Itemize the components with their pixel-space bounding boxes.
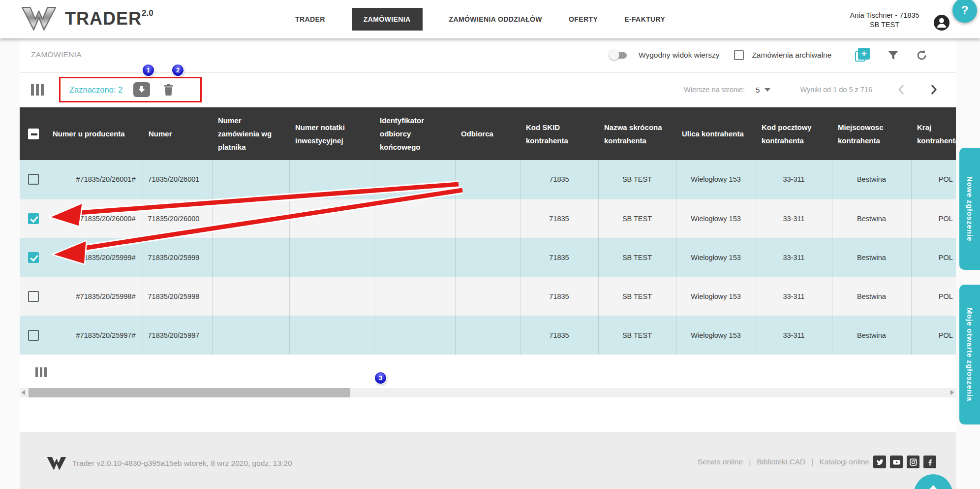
footer-logo-icon (47, 456, 66, 470)
row-checkbox[interactable] (28, 174, 39, 185)
columns-settings-button[interactable] (31, 84, 44, 96)
export-selected-button[interactable] (133, 82, 150, 97)
breadcrumb: ZAMÓWIENIA (31, 50, 82, 59)
tab-zamówienia[interactable]: ZAMÓWIENIA (352, 8, 423, 31)
column-header-7[interactable]: Kod SKID kontrahenta (520, 107, 598, 160)
add-view-button[interactable]: + (855, 48, 870, 63)
cell-4-10: 33-311 (756, 277, 832, 316)
rows-per-page-label: Wiersze na stronie: (684, 86, 745, 94)
cell-4-11: Bestwina (832, 277, 911, 316)
columns-settings-button-bottom[interactable] (35, 367, 47, 377)
cell-4-12: POL (911, 277, 956, 316)
cell-3-4 (289, 238, 374, 277)
cell-3-2: 71835/20/25999 (143, 238, 212, 277)
cell-5-4 (289, 316, 374, 355)
tab-e-faktury[interactable]: E-FAKTURY (624, 15, 665, 23)
footer-link-biblioteki-cad[interactable]: Biblioteki CAD (757, 457, 805, 466)
horizontal-scrollbar[interactable] (20, 388, 956, 397)
column-header-4[interactable]: Numer notatki inwestycyjnej (289, 107, 374, 160)
divider (20, 72, 956, 73)
footer-link-serwis-online[interactable]: Serwis online (698, 457, 743, 466)
row-checkbox[interactable] (28, 330, 39, 341)
cell-5-6 (455, 316, 520, 355)
cell-3-5 (374, 238, 455, 277)
my-open-tickets-button[interactable]: Moje otwarte zgłoszenia (959, 285, 980, 424)
cell-3-8: SB TEST (598, 238, 676, 277)
column-header-2[interactable]: Numer (143, 107, 212, 160)
tab-oferty[interactable]: OFERTY (569, 15, 598, 23)
logo-w-icon (21, 6, 57, 32)
column-header-10[interactable]: Kod pocztowy kontrahenta (756, 107, 832, 160)
chevron-right-icon (930, 84, 937, 95)
delete-selected-button[interactable] (163, 83, 174, 97)
row-checkbox[interactable] (28, 252, 39, 263)
column-header-5[interactable]: Identyfikator odbiorcy końcowego (374, 107, 455, 160)
comfort-rows-label: Wygodny widok wierszy (639, 51, 719, 60)
footer-link-katalogi-online[interactable]: Katalogi online (819, 457, 869, 466)
avatar[interactable] (934, 15, 949, 31)
cell-2-11: Bestwina (832, 199, 911, 238)
cell-3-12: POL (911, 238, 956, 277)
cell-1-9: Wielogłowy 153 (676, 160, 756, 199)
user-info[interactable]: Ania Tischner - 71835 SB TEST (842, 11, 927, 30)
archive-orders-checkbox[interactable] (734, 50, 744, 60)
column-header-3[interactable]: Numer zamówienia wg platnika (212, 107, 289, 160)
column-header-9[interactable]: Ulica kontrahenta (676, 107, 756, 160)
order-row-2[interactable]: #71835/20/26000#71835/20/2600071835SB TE… (20, 199, 956, 238)
next-page-button[interactable] (930, 84, 937, 95)
scrollbar-thumb[interactable] (29, 388, 350, 397)
comfort-rows-toggle[interactable] (609, 51, 628, 59)
orders-table: Numer u producentaNumerNumer zamówienia … (20, 107, 956, 355)
user-org: SB TEST (842, 20, 927, 30)
tab-trader[interactable]: TRADER (295, 15, 325, 23)
cell-2-12: POL (911, 199, 956, 238)
cell-5-7: 71835 (520, 316, 598, 355)
footer-version: Trader v2.0.10-4830-g395a15eb wtorek, 8 … (47, 456, 292, 470)
cell-3-1: #71835/20/25999# (47, 238, 143, 277)
select-all-checkbox[interactable] (28, 129, 39, 139)
cell-2-3 (212, 199, 289, 238)
column-header-12[interactable]: Kraj kontrahenta (911, 107, 956, 160)
prev-page-button[interactable] (898, 84, 905, 95)
cell-1-2: 71835/20/26001 (143, 160, 212, 199)
column-header-1[interactable]: Numer u producenta (47, 107, 143, 160)
app-logo[interactable]: TRADER2.0 (21, 6, 153, 32)
row-checkbox[interactable] (28, 291, 39, 302)
tab-zamówienia-oddziałów[interactable]: ZAMÓWIENIA ODDZIAŁÓW (449, 15, 542, 23)
rows-per-page-select[interactable]: 5 (756, 86, 760, 94)
dropdown-caret-icon[interactable] (765, 88, 770, 92)
row-checkbox-cell (20, 199, 47, 238)
arrow-up-icon (929, 485, 938, 489)
order-row-4[interactable]: #71835/20/25998#71835/20/2599871835SB TE… (20, 277, 956, 316)
cell-2-5 (374, 199, 455, 238)
row-checkbox[interactable] (28, 213, 39, 224)
cell-3-6 (455, 238, 520, 277)
youtube-icon[interactable] (890, 456, 903, 468)
cell-1-6 (455, 160, 520, 199)
scroll-right-arrow[interactable] (950, 390, 954, 395)
new-ticket-button[interactable]: Nowe zgłoszenie (959, 148, 980, 270)
cell-1-8: SB TEST (598, 160, 676, 199)
cell-2-2: 71835/20/26000 (143, 199, 212, 238)
row-checkbox-cell (20, 238, 47, 277)
facebook-icon[interactable] (923, 456, 936, 468)
column-header-8[interactable]: Nazwa skrócona kontrahenta (598, 107, 676, 160)
filter-button[interactable] (888, 50, 899, 61)
order-row-5[interactable]: #71835/20/25997#71835/20/2599771835SB TE… (20, 316, 956, 355)
refresh-button[interactable] (916, 49, 928, 62)
scroll-left-arrow[interactable] (22, 390, 25, 395)
instagram-icon[interactable] (907, 456, 919, 468)
order-row-3[interactable]: #71835/20/25999#71835/20/2599971835SB TE… (20, 238, 956, 277)
column-header-6[interactable]: Odbiorca (455, 107, 520, 160)
version-text: Trader v2.0.10-4830-g395a15eb wtorek, 8 … (72, 459, 292, 468)
cell-4-6 (455, 277, 520, 316)
twitter-icon[interactable] (873, 456, 886, 468)
row-checkbox-cell (20, 160, 47, 199)
cell-1-3 (212, 160, 289, 199)
trader-app-screen: TRADER2.0 TRADERZAMÓWIENIAZAMÓWIENIA ODD… (0, 0, 980, 489)
cell-5-5 (374, 316, 455, 355)
column-header-11[interactable]: Miejscowosc kontrahenta (832, 107, 911, 160)
cell-5-2: 71835/20/25997 (143, 316, 212, 355)
pagination-bar: Wiersze na stronie: 5 Wyniki od 1 do 5 z… (684, 83, 937, 97)
order-row-1[interactable]: #71835/20/26001#71835/20/2600171835SB TE… (20, 160, 956, 199)
